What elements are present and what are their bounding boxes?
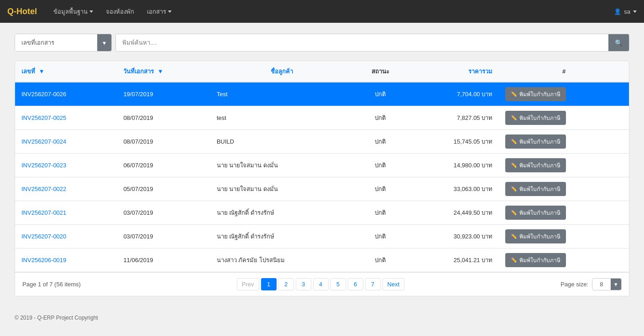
cell-actions: ✏️ พิมพ์ใบกำกับภาษี	[499, 154, 629, 177]
table-row[interactable]: INV256207-0020 03/07/2019 นาย ณัฐสักดิ์ …	[15, 225, 629, 248]
sort-down-icon: ▼	[157, 68, 163, 75]
cell-customer: Test	[210, 82, 353, 106]
cell-id[interactable]: INV256207-0021	[15, 201, 117, 225]
table-header-row: เลขที่ ▼ วันที่เอกสาร ▼ ชื่อลูกค้า สถานะ…	[15, 61, 629, 82]
page-button-7[interactable]: 7	[365, 278, 381, 290]
sort-down-icon: ▼	[39, 68, 45, 75]
cell-id[interactable]: INV256207-0025	[15, 106, 117, 130]
cell-id[interactable]: INV256206-0019	[15, 248, 117, 272]
col-header-total: ราคารวม	[408, 61, 499, 82]
print-button-label: พิมพ์ใบกำกับภาษี	[519, 232, 560, 241]
cell-id[interactable]: INV256207-0026	[15, 82, 117, 106]
page-button-5[interactable]: 5	[330, 278, 346, 290]
search-select-wrapper: เลขที่เอกสาร ▾	[15, 34, 112, 52]
next-page-button[interactable]: Next	[382, 278, 405, 290]
print-tax-invoice-button[interactable]: ✏️ พิมพ์ใบกำกับภาษี	[505, 182, 566, 196]
cell-status: ปกติ	[353, 225, 407, 248]
table-body: INV256207-0026 19/07/2019 Test ปกติ 7,70…	[15, 82, 629, 272]
cell-date: 11/06/2019	[117, 248, 210, 272]
page-size-dropdown-button[interactable]: ▾	[611, 279, 621, 290]
page-button-2[interactable]: 2	[278, 278, 294, 290]
cell-id[interactable]: INV256207-0023	[15, 154, 117, 177]
documents-table-card: เลขที่ ▼ วันที่เอกสาร ▼ ชื่อลูกค้า สถานะ…	[15, 61, 629, 296]
cell-id[interactable]: INV256207-0020	[15, 225, 117, 248]
search-select-text: เลขที่เอกสาร	[15, 34, 97, 51]
col-header-id[interactable]: เลขที่ ▼	[15, 61, 117, 82]
cell-customer: test	[210, 106, 353, 130]
print-tax-invoice-button[interactable]: ✏️ พิมพ์ใบกำกับภาษี	[505, 253, 566, 267]
cell-customer: BUILD	[210, 130, 353, 154]
print-tax-invoice-button[interactable]: ✏️ พิมพ์ใบกำกับภาษี	[505, 134, 566, 149]
cell-status: ปกติ	[353, 82, 407, 106]
nav-item-documents[interactable]: เอกสาร	[141, 3, 177, 20]
print-tax-invoice-button[interactable]: ✏️ พิมพ์ใบกำกับภาษี	[505, 111, 566, 125]
cell-actions: ✏️ พิมพ์ใบกำกับภาษี	[499, 177, 629, 201]
cell-id[interactable]: INV256207-0022	[15, 177, 117, 201]
table-row[interactable]: INV256207-0026 19/07/2019 Test ปกติ 7,70…	[15, 82, 629, 106]
page-button-1[interactable]: 1	[261, 278, 277, 290]
search-input[interactable]	[116, 34, 608, 51]
table-row[interactable]: INV256207-0025 08/07/2019 test ปกติ 7,82…	[15, 106, 629, 130]
cell-date: 08/07/2019	[117, 130, 210, 154]
chevron-down-icon	[633, 10, 637, 13]
documents-table: เลขที่ ▼ วันที่เอกสาร ▼ ชื่อลูกค้า สถานะ…	[15, 61, 629, 272]
cell-actions: ✏️ พิมพ์ใบกำกับภาษี	[499, 130, 629, 154]
cell-actions: ✏️ พิมพ์ใบกำกับภาษี	[499, 201, 629, 225]
col-header-actions: #	[499, 61, 629, 82]
pagination-row: Page 1 of 7 (56 items) Prev 1 2 3 4 5 6 …	[15, 272, 629, 296]
page-button-6[interactable]: 6	[348, 278, 363, 290]
table-row[interactable]: INV256207-0023 06/07/2019 นาย นายใจสมาน …	[15, 154, 629, 177]
cell-customer: นาย นายใจสมาน ดงมั่น	[210, 154, 353, 177]
cell-total: 14,980.00 บาท	[408, 154, 499, 177]
pagination-info: Page 1 of 7 (56 items)	[22, 281, 81, 288]
print-button-label: พิมพ์ใบกำกับภาษี	[519, 185, 560, 193]
nav-item-booking[interactable]: จองห้องพัก	[100, 3, 140, 20]
chevron-down-icon	[168, 10, 172, 13]
pencil-icon: ✏️	[511, 257, 517, 263]
table-row[interactable]: INV256207-0024 08/07/2019 BUILD ปกติ 15,…	[15, 130, 629, 154]
print-button-label: พิมพ์ใบกำกับภาษี	[519, 137, 560, 146]
cell-customer: นางสาว ภัครมัย โปรสนิยม	[210, 248, 353, 272]
search-button[interactable]: 🔍	[608, 34, 629, 51]
footer-text: © 2019 - Q-ERP Project Copyright	[15, 315, 98, 321]
print-tax-invoice-button[interactable]: ✏️ พิมพ์ใบกำกับภาษี	[505, 229, 566, 243]
table-row[interactable]: INV256207-0021 03/07/2019 นาย ณัฐสักดิ์ …	[15, 201, 629, 225]
table-row[interactable]: INV256206-0019 11/06/2019 นางสาว ภัครมัย…	[15, 248, 629, 272]
pencil-icon: ✏️	[511, 91, 517, 97]
print-button-label: พิมพ์ใบกำกับภาษี	[519, 256, 560, 264]
table-row[interactable]: INV256207-0022 05/07/2019 นาย นายใจสมาน …	[15, 177, 629, 201]
page-size-value: 8	[592, 279, 611, 290]
prev-page-button[interactable]: Prev	[237, 278, 259, 290]
search-select-dropdown-button[interactable]: ▾	[97, 34, 111, 51]
print-button-label: พิมพ์ใบกำกับภาษี	[519, 208, 560, 217]
page-button-3[interactable]: 3	[296, 278, 311, 290]
print-tax-invoice-button[interactable]: ✏️ พิมพ์ใบกำกับภาษี	[505, 206, 566, 220]
cell-total: 7,827.05 บาท	[408, 106, 499, 130]
print-button-label: พิมพ์ใบกำกับภาษี	[519, 114, 560, 122]
user-menu[interactable]: 👤 sa	[614, 8, 637, 15]
brand[interactable]: Q-Hotel	[7, 7, 37, 16]
cell-total: 30,923.00 บาท	[408, 225, 499, 248]
cell-status: ปกติ	[353, 201, 407, 225]
col-header-status: สถานะ	[353, 61, 407, 82]
cell-date: 03/07/2019	[117, 225, 210, 248]
pencil-icon: ✏️	[511, 186, 517, 192]
cell-date: 19/07/2019	[117, 82, 210, 106]
page-button-4[interactable]: 4	[313, 278, 329, 290]
print-tax-invoice-button[interactable]: ✏️ พิมพ์ใบกำกับภาษี	[505, 158, 566, 172]
col-header-customer[interactable]: ชื่อลูกค้า	[210, 61, 353, 82]
cell-date: 08/07/2019	[117, 106, 210, 130]
brand-suffix: -Hotel	[14, 7, 37, 16]
cell-status: ปกติ	[353, 130, 407, 154]
print-tax-invoice-button[interactable]: ✏️ พิมพ์ใบกำกับภาษี	[505, 87, 566, 101]
cell-status: ปกติ	[353, 154, 407, 177]
pencil-icon: ✏️	[511, 139, 517, 145]
pencil-icon: ✏️	[511, 162, 517, 168]
col-header-date[interactable]: วันที่เอกสาร ▼	[117, 61, 210, 82]
nav-item-basic-info[interactable]: ข้อมูลพื้นฐาน	[48, 3, 99, 20]
cell-total: 15,745.05 บาท	[408, 130, 499, 154]
cell-date: 06/07/2019	[117, 154, 210, 177]
cell-id[interactable]: INV256207-0024	[15, 130, 117, 154]
nav-menu: ข้อมูลพื้นฐาน จองห้องพัก เอกสาร	[48, 3, 614, 20]
cell-status: ปกติ	[353, 248, 407, 272]
